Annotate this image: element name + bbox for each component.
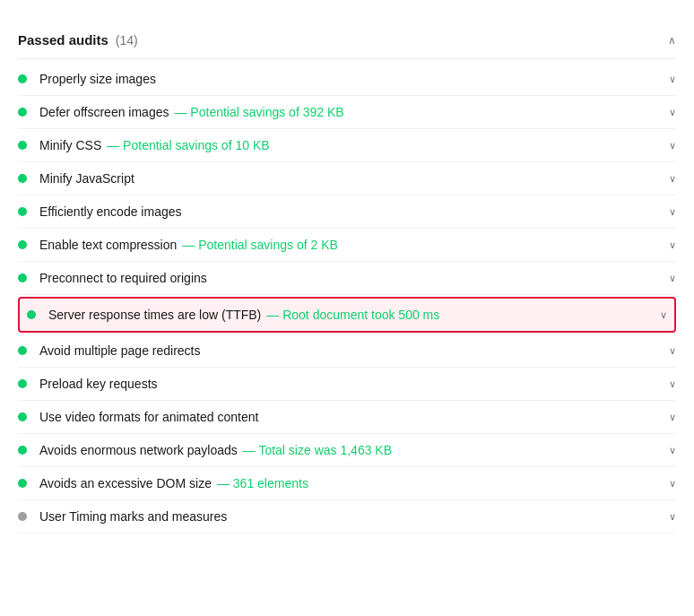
status-dot-preconnect-to-required-origins xyxy=(18,273,27,282)
savings-text-server-response-times: — Root document took 500 ms xyxy=(266,308,439,322)
status-dot-efficiently-encode-images xyxy=(18,207,27,216)
audit-left-preconnect-to-required-origins: Preconnect to required origins xyxy=(18,271,658,285)
chevron-down-icon-user-timing-marks[interactable]: ∨ xyxy=(669,511,676,523)
savings-text-minify-css: — Potential savings of 10 KB xyxy=(107,138,269,152)
status-dot-avoid-multiple-page-redirects xyxy=(18,346,27,355)
chevron-down-icon-efficiently-encode-images[interactable]: ∨ xyxy=(669,206,676,218)
audit-left-user-timing-marks: User Timing marks and measures xyxy=(18,509,658,524)
audit-item-server-response-times[interactable]: Server response times are low (TTFB)— Ro… xyxy=(18,297,676,333)
chevron-down-icon-avoids-excessive-dom-size[interactable]: ∨ xyxy=(669,478,676,490)
audit-text-minify-css: Minify CSS xyxy=(39,138,101,152)
passed-audits-section: Passed audits (14) ∧ Properly size image… xyxy=(0,0,694,555)
audit-left-server-response-times: Server response times are low (TTFB)— Ro… xyxy=(27,308,649,322)
collapse-icon[interactable]: ∧ xyxy=(668,34,676,47)
audit-text-avoid-multiple-page-redirects: Avoid multiple page redirects xyxy=(39,343,201,358)
audit-text-properly-size-images: Properly size images xyxy=(39,72,156,86)
status-dot-server-response-times xyxy=(27,310,36,319)
status-dot-minify-javascript xyxy=(18,174,27,183)
status-dot-minify-css xyxy=(18,141,27,150)
section-title-group: Passed audits (14) xyxy=(18,32,138,48)
section-count: (14) xyxy=(116,33,138,48)
status-dot-avoids-enormous-network-payloads xyxy=(18,446,27,455)
audit-left-efficiently-encode-images: Efficiently encode images xyxy=(18,204,658,219)
chevron-down-icon-preload-key-requests[interactable]: ∨ xyxy=(669,378,676,390)
audit-item-minify-css[interactable]: Minify CSS— Potential savings of 10 KB∨ xyxy=(18,129,676,162)
audit-text-avoids-enormous-network-payloads: Avoids enormous network payloads xyxy=(39,443,238,457)
audit-left-avoid-multiple-page-redirects: Avoid multiple page redirects xyxy=(18,343,658,358)
audit-item-minify-javascript[interactable]: Minify JavaScript∨ xyxy=(18,162,676,195)
audit-item-avoids-enormous-network-payloads[interactable]: Avoids enormous network payloads— Total … xyxy=(18,434,676,467)
audit-left-avoids-excessive-dom-size: Avoids an excessive DOM size— 361 elemen… xyxy=(18,476,658,490)
audit-item-preconnect-to-required-origins[interactable]: Preconnect to required origins∨ xyxy=(18,262,676,295)
audit-text-preconnect-to-required-origins: Preconnect to required origins xyxy=(39,271,207,285)
section-header[interactable]: Passed audits (14) ∧ xyxy=(18,22,676,59)
savings-text-avoids-excessive-dom-size: — 361 elements xyxy=(217,476,308,490)
audit-left-properly-size-images: Properly size images xyxy=(18,72,658,86)
chevron-down-icon-minify-css[interactable]: ∨ xyxy=(669,140,676,152)
status-dot-use-video-formats xyxy=(18,412,27,421)
chevron-down-icon-avoid-multiple-page-redirects[interactable]: ∨ xyxy=(669,345,676,357)
audit-item-preload-key-requests[interactable]: Preload key requests∨ xyxy=(18,368,676,401)
audit-item-defer-offscreen-images[interactable]: Defer offscreen images— Potential saving… xyxy=(18,96,676,129)
chevron-down-icon-properly-size-images[interactable]: ∨ xyxy=(669,74,676,85)
audit-text-defer-offscreen-images: Defer offscreen images xyxy=(39,105,169,119)
audit-item-avoid-multiple-page-redirects[interactable]: Avoid multiple page redirects∨ xyxy=(18,334,676,368)
chevron-down-icon-enable-text-compression[interactable]: ∨ xyxy=(669,239,676,251)
chevron-down-icon-avoids-enormous-network-payloads[interactable]: ∨ xyxy=(669,445,676,456)
audit-text-use-video-formats: Use video formats for animated content xyxy=(39,410,258,424)
chevron-down-icon-preconnect-to-required-origins[interactable]: ∨ xyxy=(669,273,676,284)
audit-item-efficiently-encode-images[interactable]: Efficiently encode images∨ xyxy=(18,195,676,229)
audit-left-preload-key-requests: Preload key requests xyxy=(18,377,658,391)
audit-left-enable-text-compression: Enable text compression— Potential savin… xyxy=(18,238,658,252)
audit-text-preload-key-requests: Preload key requests xyxy=(39,377,158,391)
chevron-down-icon-use-video-formats[interactable]: ∨ xyxy=(669,412,676,423)
audit-item-use-video-formats[interactable]: Use video formats for animated content∨ xyxy=(18,401,676,434)
audit-left-defer-offscreen-images: Defer offscreen images— Potential saving… xyxy=(18,105,658,119)
audit-text-minify-javascript: Minify JavaScript xyxy=(39,171,134,186)
audit-text-enable-text-compression: Enable text compression xyxy=(39,238,177,252)
audit-item-enable-text-compression[interactable]: Enable text compression— Potential savin… xyxy=(18,229,676,262)
audit-list: Properly size images∨Defer offscreen ima… xyxy=(18,63,676,534)
audit-text-efficiently-encode-images: Efficiently encode images xyxy=(39,204,182,219)
savings-text-defer-offscreen-images: — Potential savings of 392 KB xyxy=(174,105,343,119)
audit-item-properly-size-images[interactable]: Properly size images∨ xyxy=(18,63,676,96)
savings-text-avoids-enormous-network-payloads: — Total size was 1,463 KB xyxy=(243,443,392,457)
audit-item-user-timing-marks[interactable]: User Timing marks and measures∨ xyxy=(18,500,676,534)
savings-text-enable-text-compression: — Potential savings of 2 KB xyxy=(182,238,338,252)
status-dot-preload-key-requests xyxy=(18,379,27,388)
audit-left-minify-css: Minify CSS— Potential savings of 10 KB xyxy=(18,138,658,152)
audit-text-user-timing-marks: User Timing marks and measures xyxy=(39,509,227,524)
chevron-down-icon-minify-javascript[interactable]: ∨ xyxy=(669,173,676,185)
audit-left-minify-javascript: Minify JavaScript xyxy=(18,171,658,186)
status-dot-user-timing-marks xyxy=(18,512,27,521)
chevron-down-icon-server-response-times[interactable]: ∨ xyxy=(660,309,667,321)
status-dot-avoids-excessive-dom-size xyxy=(18,479,27,488)
status-dot-enable-text-compression xyxy=(18,240,27,249)
audit-item-avoids-excessive-dom-size[interactable]: Avoids an excessive DOM size— 361 elemen… xyxy=(18,467,676,500)
status-dot-properly-size-images xyxy=(18,74,27,83)
audit-text-server-response-times: Server response times are low (TTFB) xyxy=(48,308,261,322)
section-title: Passed audits xyxy=(18,32,108,48)
audit-left-use-video-formats: Use video formats for animated content xyxy=(18,410,658,424)
chevron-down-icon-defer-offscreen-images[interactable]: ∨ xyxy=(669,107,676,118)
status-dot-defer-offscreen-images xyxy=(18,108,27,117)
audit-text-avoids-excessive-dom-size: Avoids an excessive DOM size xyxy=(39,476,212,490)
audit-left-avoids-enormous-network-payloads: Avoids enormous network payloads— Total … xyxy=(18,443,658,457)
